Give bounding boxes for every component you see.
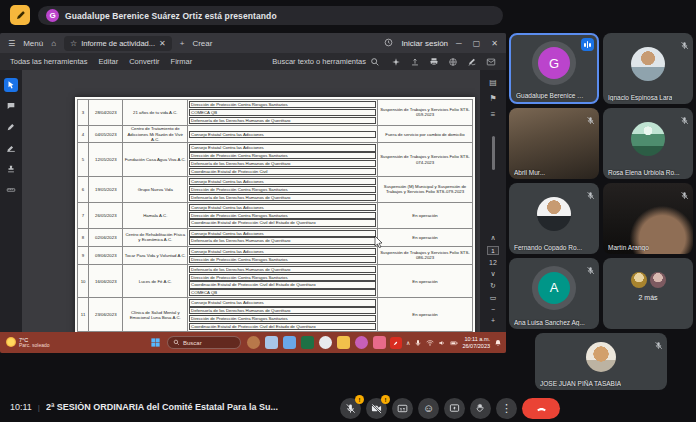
- excel-app-icon[interactable]: [301, 336, 314, 349]
- weather-widget[interactable]: 7°C Parc. soleado: [6, 337, 50, 349]
- participant-tile-abril-mur[interactable]: Abril Mur...: [509, 108, 599, 179]
- cell-number: 9: [78, 246, 89, 264]
- participant-tile-ignacio-espinosa-lara[interactable]: Ignacio Espinosa Lara: [603, 33, 693, 104]
- page-number-field[interactable]: 1: [487, 246, 499, 255]
- select-tool-icon[interactable]: [4, 78, 18, 92]
- tab-close-icon[interactable]: ✕: [159, 39, 166, 48]
- presenting-banner: G Guadalupe Berenice Suárez Ortiz está p…: [38, 6, 503, 25]
- page-down-icon[interactable]: ∨: [490, 270, 495, 278]
- tool-all-tools[interactable]: Todas las herramientas: [10, 57, 88, 66]
- mic-muted-icon: [680, 111, 689, 120]
- dependency-entry: Coordinación Estatal de Protección Civil: [189, 168, 376, 175]
- participant-tile-fernando-copado-ro[interactable]: Fernando Copado Ro...: [509, 183, 599, 254]
- leave-call-button[interactable]: [522, 398, 560, 419]
- mic-button[interactable]: !: [340, 398, 361, 419]
- menu-label[interactable]: Menú: [23, 39, 43, 48]
- cell-establishment: Tocar Para Vida y Voluntad A.C.: [123, 246, 188, 264]
- raise-hand-button[interactable]: [470, 398, 491, 419]
- battery-icon[interactable]: [450, 339, 458, 347]
- present-icon: [449, 403, 460, 414]
- pages-panel-icon[interactable]: ▤: [489, 78, 497, 87]
- captions-button[interactable]: [392, 398, 413, 419]
- tray-mic-icon[interactable]: [414, 339, 422, 347]
- window-maximize-icon[interactable]: ▢: [473, 39, 481, 48]
- highlight-tool-icon[interactable]: [4, 141, 18, 155]
- ai-assistant-icon[interactable]: [391, 57, 401, 67]
- avatar: [537, 197, 571, 231]
- participant-tile-guadalupe-berenice-s[interactable]: GGuadalupe Berenice S...: [509, 33, 599, 104]
- search-box[interactable]: Buscar texto o herramientas: [272, 57, 380, 67]
- dependency-entry: Dirección de Protección Contra Riesgos S…: [189, 101, 376, 108]
- participant-tile-mart-n-arango[interactable]: Martín Arango: [603, 183, 693, 254]
- document-tab[interactable]: ☆ Informe de actividad... ✕: [64, 36, 172, 51]
- tray-clock[interactable]: 10:11 a.m. 26/07/2023: [462, 336, 490, 349]
- camera-button[interactable]: !: [366, 398, 387, 419]
- volume-icon[interactable]: [438, 339, 446, 347]
- participant-tile-2-m-s[interactable]: 2 más: [603, 258, 693, 329]
- tray-chevron-icon[interactable]: ∧: [406, 339, 410, 346]
- comment-tool-icon[interactable]: [4, 99, 18, 113]
- dependency-entry: Defensoría de los Derechos Humanos de Qu…: [189, 266, 376, 273]
- mail-app-app-icon[interactable]: [283, 336, 296, 349]
- layers-panel-icon[interactable]: ≡: [491, 110, 496, 119]
- new-tab-plus-icon[interactable]: +: [180, 39, 185, 48]
- signature-icon[interactable]: [467, 57, 477, 67]
- measure-tool-icon[interactable]: [4, 183, 18, 197]
- tool-edit[interactable]: Editar: [99, 57, 119, 66]
- pen-tool-icon[interactable]: [4, 120, 18, 134]
- notifications-icon[interactable]: [494, 339, 502, 347]
- page-up-icon[interactable]: ∧: [490, 234, 495, 242]
- zoom-in-icon[interactable]: +: [491, 317, 495, 324]
- new-tab-label[interactable]: Crear: [192, 39, 212, 48]
- presentation-app-icon[interactable]: [10, 5, 30, 25]
- email-icon[interactable]: [486, 57, 496, 67]
- taskbar-search[interactable]: Buscar: [167, 336, 241, 349]
- cell-establishment: Grupo Nueva Vida: [123, 176, 188, 202]
- folder-app-icon[interactable]: [337, 336, 350, 349]
- export-icon[interactable]: [410, 57, 420, 67]
- participant-tile-ana-luisa-sanchez-ag[interactable]: AAna Luisa Sanchez Ag...: [509, 258, 599, 329]
- rotate-icon[interactable]: ↻: [490, 282, 496, 290]
- start-button[interactable]: [150, 337, 161, 348]
- tool-sign[interactable]: Firmar: [171, 57, 193, 66]
- reactions-button[interactable]: ☺: [418, 398, 439, 419]
- document-viewport[interactable]: 328/04/202321 años de tu vida A.C.Direcc…: [22, 70, 480, 332]
- more-options-button[interactable]: ⋮: [496, 398, 517, 419]
- tool-convert[interactable]: Convertir: [129, 57, 159, 66]
- photos-app-icon[interactable]: [373, 336, 386, 349]
- zoom-out-icon[interactable]: −: [491, 306, 495, 313]
- present-button[interactable]: [444, 398, 465, 419]
- participant-tile-jose-juan-pi-a-tasabia[interactable]: JOSE JUAN PIÑA TASABIA: [535, 333, 667, 390]
- print-icon[interactable]: [429, 57, 439, 67]
- signin-button[interactable]: Iniciar sesión: [401, 39, 448, 48]
- tab-title: Informe de actividad...: [81, 39, 155, 48]
- mic-muted-icon: [654, 336, 663, 345]
- stamp-tool-icon[interactable]: [4, 162, 18, 176]
- wifi-icon[interactable]: [426, 339, 434, 347]
- fit-page-icon[interactable]: ▭: [490, 294, 497, 302]
- hamburger-menu-icon[interactable]: ☰: [8, 39, 15, 48]
- chrome-app-icon[interactable]: [319, 336, 332, 349]
- window-minimize-icon[interactable]: ─: [456, 39, 462, 48]
- globe-icon[interactable]: [448, 57, 458, 67]
- paint-app-icon[interactable]: [355, 336, 368, 349]
- star-icon[interactable]: ☆: [70, 39, 77, 48]
- bookmarks-panel-icon[interactable]: ⚑: [489, 94, 496, 103]
- table-row: 1016/06/2023Luces de Fé A.C.Defensoría d…: [78, 264, 473, 298]
- dependency-entry: Consejo Estatal Contra las Adicciones: [189, 230, 376, 237]
- home-icon[interactable]: ⌂: [51, 39, 56, 48]
- clock-app-app-icon[interactable]: [247, 336, 260, 349]
- cell-status: En operación: [378, 264, 473, 298]
- cell-status: Suspensión (M) Municipal y Suspensión de…: [378, 176, 473, 202]
- window-close-icon[interactable]: ✕: [491, 39, 498, 48]
- dependency-entry: COMECA QB: [189, 289, 376, 296]
- avatar: [631, 47, 665, 81]
- scrollbar-thumb[interactable]: [492, 136, 495, 170]
- participant-tile-rosa-elena-urbiola-ro[interactable]: Rosa Elena Urbiola Ro...: [603, 108, 693, 179]
- avatar: [650, 272, 666, 288]
- cell-number: 7: [78, 202, 89, 228]
- file-explorer-app-icon[interactable]: [265, 336, 278, 349]
- smiley-icon: ☺: [423, 403, 434, 414]
- acrobat-app-icon[interactable]: [390, 337, 402, 349]
- avatar-initial: G: [538, 47, 570, 79]
